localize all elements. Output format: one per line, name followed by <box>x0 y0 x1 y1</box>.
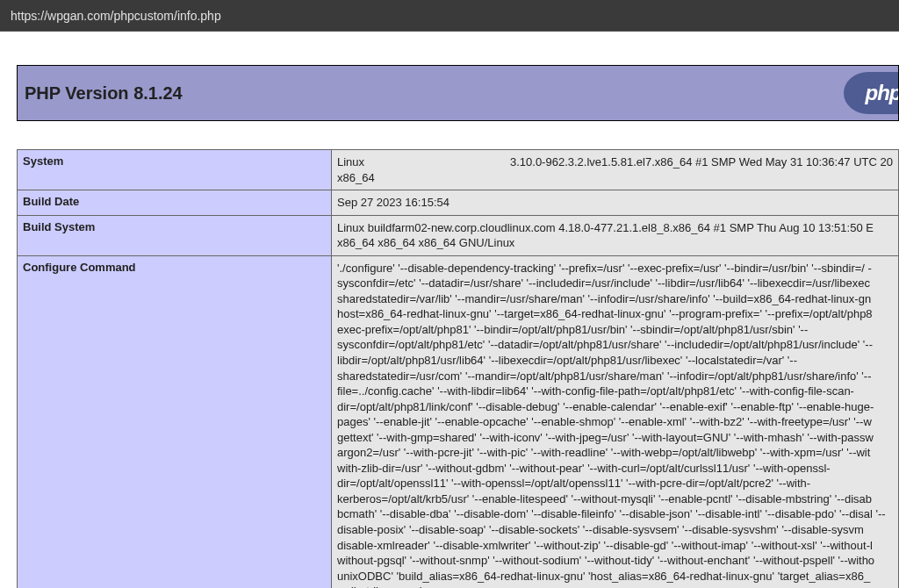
system-kernel: 3.10.0-962.3.2.lve1.5.81.el7.x86_64 #1 S… <box>510 154 893 170</box>
row-label-configure: Configure Command <box>18 255 332 588</box>
row-label-build-system: Build System <box>18 215 332 255</box>
table-row: Build Date Sep 27 2023 16:15:54 <box>18 190 899 216</box>
row-value-configure: './configure' '--disable-dependency-trac… <box>332 255 899 588</box>
browser-address-bar[interactable]: https://wpgan.com/phpcustom/info.php <box>0 0 899 32</box>
system-os: Linux <box>337 154 364 170</box>
php-logo-text: php <box>866 81 900 105</box>
table-row: Build System Linux buildfarm02-new.corp.… <box>18 215 899 255</box>
row-label-build-date: Build Date <box>18 190 332 216</box>
url-text: https://wpgan.com/phpcustom/info.php <box>11 9 221 23</box>
page-content: PHP Version 8.1.24 php System Linux 3.10… <box>0 65 899 588</box>
system-arch: x86_64 <box>337 170 893 186</box>
php-logo-icon: php <box>844 72 899 114</box>
row-value-build-date: Sep 27 2023 16:15:54 <box>332 190 899 216</box>
table-row: Configure Command './configure' '--disab… <box>18 255 899 588</box>
row-value-build-system: Linux buildfarm02-new.corp.cloudlinux.co… <box>332 215 899 255</box>
row-label-system: System <box>18 150 332 190</box>
row-value-system: Linux 3.10.0-962.3.2.lve1.5.81.el7.x86_6… <box>332 150 899 190</box>
php-version-title: PHP Version 8.1.24 <box>25 83 183 104</box>
php-header: PHP Version 8.1.24 php <box>17 65 899 121</box>
table-row: System Linux 3.10.0-962.3.2.lve1.5.81.el… <box>18 150 899 190</box>
info-table: System Linux 3.10.0-962.3.2.lve1.5.81.el… <box>17 149 899 588</box>
spacer <box>0 32 899 65</box>
